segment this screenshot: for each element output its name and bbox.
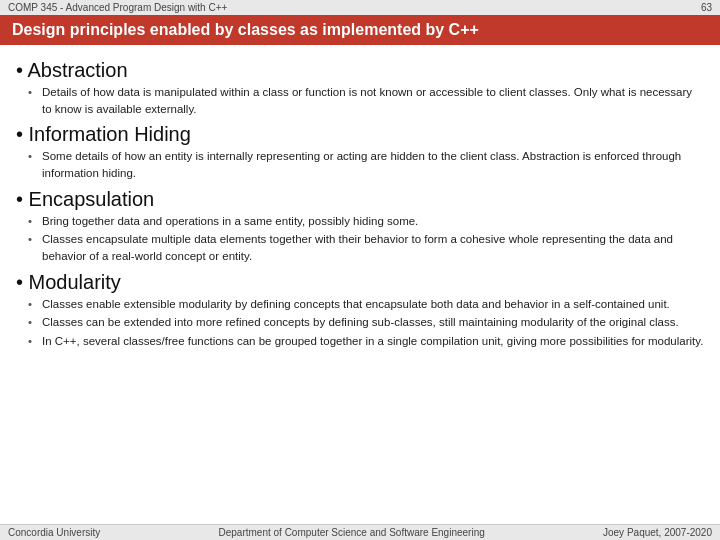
- bullet-text: Bring together data and operations in a …: [42, 213, 704, 230]
- slide-content: • Abstraction•Details of how data is man…: [0, 45, 720, 493]
- bullet-text: Classes enable extensible modularity by …: [42, 296, 704, 313]
- footer-right: Joey Paquet, 2007-2020: [603, 527, 712, 538]
- section-title-information-hiding: • Information Hiding: [16, 123, 704, 146]
- bullet-encapsulation-1: •Classes encapsulate multiple data eleme…: [28, 231, 704, 264]
- bullet-text: Details of how data is manipulated withi…: [42, 84, 704, 117]
- bullet-information-hiding-0: •Some details of how an entity is intern…: [28, 148, 704, 181]
- bullet-modularity-0: •Classes enable extensible modularity by…: [28, 296, 704, 313]
- top-bar: COMP 345 - Advanced Program Design with …: [0, 0, 720, 15]
- bullet-modularity-1: •Classes can be extended into more refin…: [28, 314, 704, 331]
- bullet-text: In C++, several classes/free functions c…: [42, 333, 704, 350]
- slide-footer: Concordia University Department of Compu…: [0, 524, 720, 540]
- bullet-modularity-2: •In C++, several classes/free functions …: [28, 333, 704, 350]
- slide-number: 63: [701, 2, 712, 13]
- bullet-dot-icon: •: [28, 296, 42, 313]
- bullet-dot-icon: •: [28, 148, 42, 165]
- footer-center: Department of Computer Science and Softw…: [219, 527, 485, 538]
- bullet-text: Classes encapsulate multiple data elemen…: [42, 231, 704, 264]
- bullet-dot-icon: •: [28, 84, 42, 101]
- footer-left: Concordia University: [8, 527, 100, 538]
- bullet-text: Some details of how an entity is interna…: [42, 148, 704, 181]
- section-title-encapsulation: • Encapsulation: [16, 188, 704, 211]
- bullet-dot-icon: •: [28, 231, 42, 248]
- bullet-abstraction-0: •Details of how data is manipulated with…: [28, 84, 704, 117]
- section-title-modularity: • Modularity: [16, 271, 704, 294]
- section-title-abstraction: • Abstraction: [16, 59, 704, 82]
- slide-header: Design principles enabled by classes as …: [0, 15, 720, 45]
- header-title: Design principles enabled by classes as …: [12, 21, 479, 38]
- bullet-dot-icon: •: [28, 333, 42, 350]
- bullet-encapsulation-0: •Bring together data and operations in a…: [28, 213, 704, 230]
- bullet-dot-icon: •: [28, 213, 42, 230]
- bullet-text: Classes can be extended into more refine…: [42, 314, 704, 331]
- bullet-dot-icon: •: [28, 314, 42, 331]
- course-title: COMP 345 - Advanced Program Design with …: [8, 2, 227, 13]
